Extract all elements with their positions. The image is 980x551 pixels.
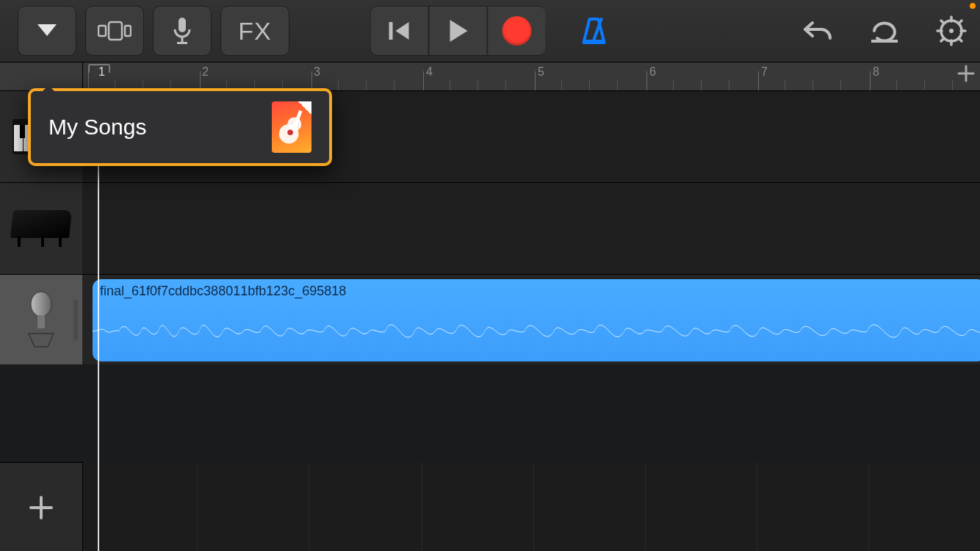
bar-number: 8 [873,65,879,79]
plus-icon [956,64,976,83]
settings-button[interactable] [936,15,967,46]
svg-rect-3 [179,18,186,32]
my-songs-popover[interactable]: My Songs [28,88,332,166]
bar-number: 5 [538,65,544,79]
play-button[interactable] [429,6,488,56]
tracks-view-button[interactable] [85,6,144,56]
bar-number: 7 [761,65,768,79]
fx-button[interactable]: FX [220,6,289,56]
go-to-start-button[interactable] [370,6,429,56]
svg-rect-0 [98,26,106,36]
add-track-button[interactable] [0,462,83,551]
empty-track-area[interactable] [0,364,980,463]
grand-piano-icon [12,210,71,247]
audio-region[interactable]: final_61f0f7cddbc388011bfb123c_695818 [93,279,980,361]
popover-title: My Songs [48,115,146,140]
toolbar-right-group [802,15,967,46]
svg-line-19 [959,21,962,24]
svg-rect-21 [37,315,45,328]
audio-region-name: final_61f0f7cddbc388011bfb123c_695818 [100,284,346,299]
record-icon [502,16,532,46]
mic-toggle-button[interactable] [153,6,212,56]
svg-rect-1 [109,22,122,40]
bar-number: 3 [314,65,320,79]
svg-rect-5 [177,42,187,44]
metronome-button[interactable] [578,15,610,47]
svg-line-17 [959,38,962,41]
bar-number: 4 [426,65,433,79]
microphone-icon [172,16,192,46]
waveform-icon [93,304,980,357]
svg-line-16 [941,21,944,24]
garageband-document-icon [272,101,311,153]
notification-dot-icon [970,3,976,9]
main-toolbar: FX [0,0,980,62]
svg-point-24 [287,129,293,135]
fx-label: FX [238,17,271,46]
svg-rect-2 [125,26,131,36]
track-resize-handle[interactable] [73,300,78,341]
skip-back-icon [387,20,412,42]
studio-mic-icon [21,291,61,350]
record-button[interactable] [488,6,546,56]
tracks-icon [98,21,131,41]
track-row[interactable] [0,183,980,275]
track-lane[interactable] [82,183,980,274]
caret-down-icon [36,23,58,39]
track-row[interactable]: final_61f0f7cddbc388011bfb123c_695818 [0,275,980,367]
navigate-button[interactable] [18,6,76,56]
plus-icon [26,493,56,522]
bar-number: 2 [202,65,209,79]
svg-rect-6 [389,22,393,40]
gear-icon [936,15,967,46]
svg-line-18 [941,38,944,41]
svg-rect-4 [181,37,184,43]
loop-browser-button[interactable] [870,18,899,44]
metronome-icon [578,15,610,47]
svg-point-20 [31,292,51,317]
bar-number: 6 [649,65,656,79]
undo-button[interactable] [802,18,833,43]
track-lane[interactable]: final_61f0f7cddbc388011bfb123c_695818 [82,275,980,366]
track-header[interactable] [0,275,83,366]
timeline-ruler[interactable]: 1 2 3 4 5 6 7 8 [0,62,980,91]
add-section-button[interactable] [956,64,976,88]
undo-icon [802,18,833,43]
svg-rect-9 [871,40,898,43]
loop-icon [870,18,899,44]
transport-controls [370,6,610,56]
svg-point-11 [949,29,954,33]
track-header[interactable] [0,183,83,274]
bar-number: 1 [98,65,105,79]
play-icon [447,18,469,43]
